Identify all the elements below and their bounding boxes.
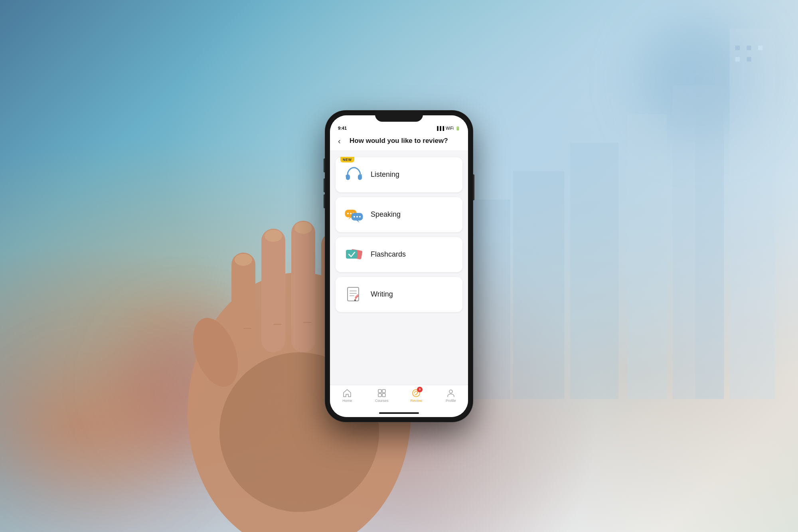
svg-rect-5 — [747, 57, 751, 61]
review-nav-icon: 9 — [411, 388, 421, 398]
svg-point-25 — [294, 222, 312, 234]
svg-rect-14 — [261, 229, 285, 352]
listening-label: Listening — [371, 170, 399, 179]
phone-body: 9:41 ▐▐▐ WiFi 🔋 ‹ How would you like to … — [325, 111, 473, 422]
svg-rect-7 — [627, 114, 667, 399]
svg-rect-1 — [735, 45, 740, 50]
review-badge: 9 — [417, 387, 423, 392]
writing-option[interactable]: Writing — [336, 277, 462, 312]
speaking-option[interactable]: Speaking — [336, 197, 462, 232]
svg-point-54 — [449, 390, 452, 393]
svg-rect-13 — [231, 253, 255, 352]
svg-rect-50 — [382, 390, 385, 393]
profile-nav-label: Profile — [446, 399, 456, 403]
new-badge: NEW — [340, 157, 354, 162]
svg-rect-4 — [735, 57, 740, 61]
svg-rect-15 — [291, 221, 315, 352]
nav-review[interactable]: 9 Review — [404, 388, 428, 403]
flashcards-icon — [344, 244, 364, 265]
svg-rect-40 — [346, 250, 357, 259]
wifi-icon: WiFi — [446, 126, 454, 131]
status-icons: ▐▐▐ WiFi 🔋 — [436, 126, 460, 131]
signal-icon: ▐▐▐ — [436, 126, 444, 131]
svg-point-23 — [235, 254, 252, 266]
svg-point-38 — [359, 216, 361, 218]
svg-rect-0 — [730, 28, 775, 399]
phone-screen: 9:41 ▐▐▐ WiFi 🔋 ‹ How would you like to … — [330, 115, 468, 417]
home-indicator — [379, 412, 419, 414]
writing-icon — [344, 284, 364, 305]
speaking-icon — [344, 204, 364, 225]
app-header: ‹ How would you like to review? — [330, 133, 468, 151]
battery-icon: 🔋 — [455, 126, 460, 131]
svg-point-37 — [356, 216, 358, 218]
listening-option[interactable]: NEW Listening — [336, 157, 462, 192]
page-title: How would you like to review? — [346, 137, 452, 145]
svg-point-24 — [265, 230, 282, 242]
speaking-label: Speaking — [371, 210, 401, 219]
svg-rect-41 — [348, 287, 359, 301]
listening-icon — [344, 164, 364, 185]
home-nav-label: Home — [342, 399, 352, 403]
nav-courses[interactable]: Courses — [370, 388, 394, 403]
phone-notch — [375, 111, 423, 122]
status-time: 9:41 — [338, 126, 347, 131]
home-nav-icon — [342, 388, 352, 398]
nav-profile[interactable]: Profile — [439, 388, 463, 403]
phone-device: 9:41 ▐▐▐ WiFi 🔋 ‹ How would you like to … — [325, 111, 473, 422]
svg-rect-9 — [570, 142, 618, 399]
review-options-list: NEW Listening — [330, 151, 468, 385]
review-nav-label: Review — [410, 399, 422, 403]
flashcards-label: Flashcards — [371, 250, 406, 259]
bottom-navigation: Home Courses — [330, 385, 468, 409]
svg-rect-2 — [747, 45, 751, 50]
profile-nav-icon — [446, 388, 456, 398]
courses-nav-icon — [377, 388, 387, 398]
svg-point-36 — [354, 216, 355, 218]
svg-rect-3 — [758, 45, 762, 50]
courses-nav-label: Courses — [375, 399, 389, 403]
back-button[interactable]: ‹ — [338, 137, 341, 145]
svg-rect-52 — [382, 394, 385, 397]
svg-point-33 — [350, 213, 352, 214]
svg-point-32 — [347, 213, 349, 214]
writing-label: Writing — [371, 290, 393, 299]
svg-rect-10 — [513, 171, 565, 399]
home-bar — [330, 409, 468, 417]
svg-rect-8 — [695, 57, 724, 399]
flashcards-option[interactable]: Flashcards — [336, 237, 462, 272]
svg-rect-49 — [378, 390, 381, 393]
svg-rect-51 — [378, 394, 381, 397]
nav-home[interactable]: Home — [335, 388, 359, 403]
